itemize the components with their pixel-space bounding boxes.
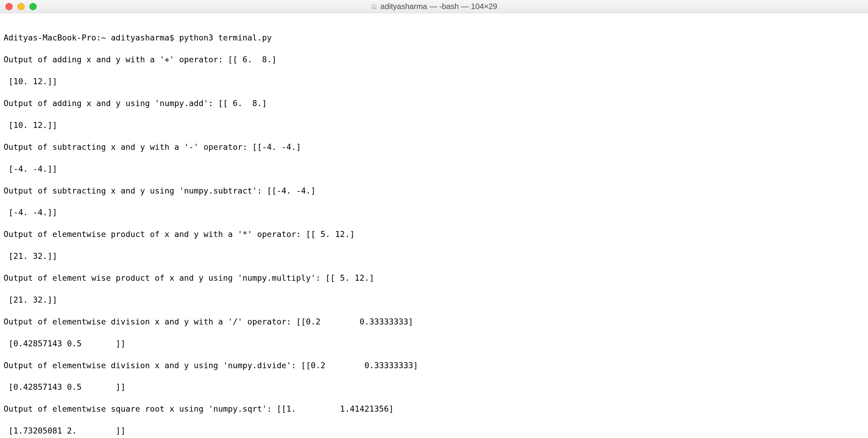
output-line: Output of adding x and y with a '+' oper…	[4, 54, 864, 65]
output-line: [0.42857143 0.5 ]]	[4, 338, 864, 349]
output-line: [10. 12.]]	[4, 120, 864, 131]
window-titlebar: adityasharma — -bash — 104×29	[0, 0, 868, 13]
output-line: Output of elementwise product of x and y…	[4, 229, 864, 240]
output-line: Output of elementwise square root x usin…	[4, 404, 864, 414]
output-line: [10. 12.]]	[4, 76, 864, 87]
output-line: [21. 32.]]	[4, 295, 864, 305]
output-line: [-4. -4.]]	[4, 164, 864, 174]
output-line: Output of elementwise division x and y w…	[4, 316, 864, 327]
output-line: Output of elementwise division x and y u…	[4, 360, 864, 371]
maximize-button[interactable]	[29, 3, 37, 10]
output-line: Output of subtracting x and y with a '-'…	[4, 142, 864, 153]
output-line: [1.73205081 2. ]]	[4, 426, 864, 436]
output-line: [0.42857143 0.5 ]]	[4, 382, 864, 393]
prompt-line: Adityas-MacBook-Pro:~ adityasharma$ pyth…	[4, 32, 864, 43]
output-line: Output of adding x and y using 'numpy.ad…	[4, 98, 864, 109]
output-line: Output of subtracting x and y using 'num…	[4, 186, 864, 196]
terminal-body[interactable]: Adityas-MacBook-Pro:~ adityasharma$ pyth…	[0, 13, 868, 438]
output-line: Output of element wise product of x and …	[4, 273, 864, 283]
close-button[interactable]	[5, 3, 12, 10]
traffic-lights	[0, 3, 37, 10]
home-icon	[371, 3, 377, 10]
window-title: adityasharma — -bash — 104×29	[380, 2, 497, 11]
minimize-button[interactable]	[18, 3, 25, 10]
output-line: [-4. -4.]]	[4, 207, 864, 218]
title-wrap: adityasharma — -bash — 104×29	[0, 2, 868, 11]
output-line: [21. 32.]]	[4, 251, 864, 262]
terminal-window: adityasharma — -bash — 104×29 Adityas-Ma…	[0, 0, 868, 438]
